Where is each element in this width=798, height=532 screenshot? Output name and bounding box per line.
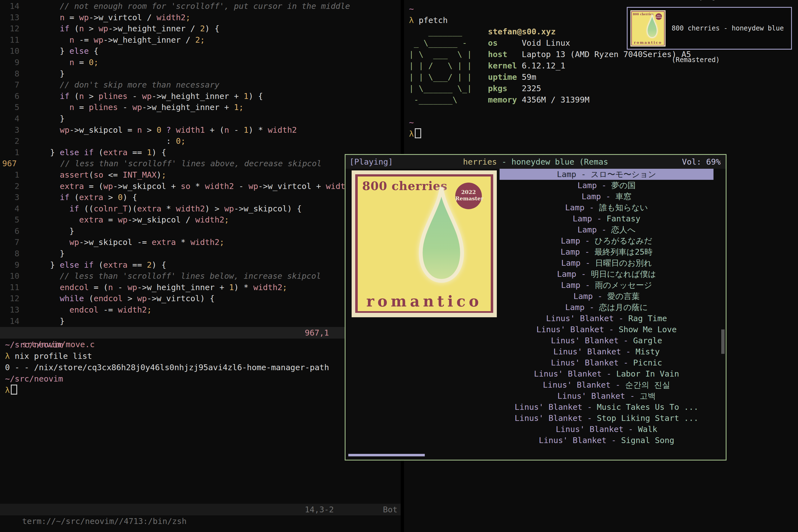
playlist-item[interactable]: Lamp - 恋は月の蔭に	[499, 302, 714, 313]
code-line: 11 endcol = (n - wp->w_height_inner + 1)…	[0, 282, 401, 293]
playlist-item[interactable]: Lamp - 日曜日のお別れ	[499, 258, 714, 268]
code-line: 10 // less than 'scrolloff' lines below,…	[0, 270, 401, 282]
line-number: 2	[0, 180, 21, 192]
pfetch-label: uptime	[488, 72, 522, 83]
terminal-cursor	[415, 128, 421, 138]
playlist-item[interactable]: Lamp - 最終列車は25時	[499, 246, 714, 258]
playlist-scrollbar[interactable]	[721, 329, 725, 354]
player-header: [Playing] herries - honeydew blue (Remas…	[345, 155, 726, 169]
code-line: 2 extra = (wp->w_skipcol + so * width2 -…	[0, 180, 401, 192]
statusline-buffer-name: term://~/src/neovim//4713:/bin/zsh	[22, 516, 187, 526]
playlist[interactable]: Lamp - スロ〜モ〜ションLamp - 夢の国Lamp - 車窓Lamp -…	[499, 169, 714, 446]
teardrop-icon	[414, 183, 469, 286]
pfetch-value: Void Linux	[522, 38, 570, 48]
album-thumbnail: 800 cherries 2022 Remaster romantico	[630, 10, 666, 46]
line-number: 9	[0, 57, 21, 68]
code-line: 4 if ((colnr_T)(extra * width2) > wp->w_…	[0, 203, 401, 214]
code-line: 11 n -= wp->w_height_inner / 2;	[0, 34, 401, 46]
code-line: 4 }	[0, 113, 401, 125]
line-number: 13	[0, 12, 21, 23]
line-number: 6	[0, 226, 21, 237]
playlist-item[interactable]: Lamp - 恋人へ	[499, 224, 714, 235]
playlist-item[interactable]: Lamp - 愛の言葉	[499, 291, 714, 302]
line-number: 8	[0, 68, 21, 79]
code-line: 10 } else {	[0, 45, 401, 57]
code-line: 9 n = 0;	[0, 57, 401, 68]
line-number: 4	[0, 203, 21, 214]
shell-line	[404, 106, 798, 117]
statusline-position: 967,1	[305, 327, 329, 339]
playlist-item[interactable]: Lamp - 車窓	[499, 191, 714, 202]
code-line: 5 extra = wp->w_skipcol / width2;	[0, 214, 401, 226]
playlist-item[interactable]: Lamp - 夢の国	[499, 180, 714, 191]
code-window[interactable]: 14 // not enough room for 'scrolloff', p…	[0, 1, 401, 327]
pfetch-label: kernel	[488, 60, 522, 72]
line-number: 6	[0, 91, 21, 102]
playlist-item[interactable]: Linus' Blanket - Stop Liking Start ...	[499, 413, 714, 424]
notification-song-line1: 800 cherries - honeydew blue	[672, 23, 784, 34]
album-art: 800 cherries 2022 Remaster roman	[352, 170, 497, 317]
code-line: 9 } else if (extra == 2) {	[0, 259, 401, 271]
notification-text: Now Playing 800 cherries - honeydew blue…	[672, 0, 784, 86]
line-number: 9	[0, 259, 21, 271]
line-number: 2	[0, 135, 21, 147]
code-line: 2 : 0;	[0, 135, 401, 147]
pfetch-value: 4356M / 31399M	[522, 95, 589, 104]
song-progress-bar[interactable]	[348, 454, 425, 456]
code-line: 6 if (n > plines - wp->w_height_inner + …	[0, 91, 401, 102]
terminal-line: 0 - - /nix/store/cq3cx86h28j0y46ls0nhjzj…	[0, 362, 401, 373]
code-line: 1 assert(so <= INT_MAX);	[0, 169, 401, 180]
now-playing-notification[interactable]: 800 cherries 2022 Remaster romantico Now…	[627, 7, 792, 50]
playlist-item[interactable]: Lamp - Fantasy	[499, 213, 714, 224]
line-number: 14	[0, 1, 21, 12]
pfetch-label: host	[488, 49, 522, 60]
playlist-item[interactable]: Linus' Blanket - 고백	[499, 391, 714, 401]
code-line: 3 wp->w_skipcol = n > 0 ? width1 + (n - …	[0, 125, 401, 136]
editor-pane[interactable]: 14 // not enough room for 'scrolloff', p…	[0, 0, 401, 532]
playlist-item[interactable]: Linus' Blanket - Show Me Love	[499, 324, 714, 335]
current-song-title: herries - honeydew blue (Remas	[345, 155, 726, 169]
line-number: 7	[0, 79, 21, 91]
terminal-line: ~/src/neovim	[0, 373, 401, 385]
line-number: 14	[0, 316, 21, 327]
playlist-item[interactable]: Lamp - 雨のメッセージ	[499, 280, 714, 291]
line-number: 1	[0, 169, 21, 180]
playlist-item[interactable]: Linus' Blanket - Walk	[499, 424, 714, 435]
playlist-item[interactable]: Linus' Blanket - 순간의 진실	[499, 379, 714, 391]
playlist-item[interactable]: Linus' Blanket - Misty	[499, 346, 714, 357]
terminal-cursor	[11, 385, 17, 395]
playlist-item[interactable]: Linus' Blanket - Labor In Vain	[499, 368, 714, 379]
line-number: 3	[0, 192, 21, 203]
line-number: 11	[0, 282, 21, 293]
pfetch-label: os	[488, 37, 522, 49]
notification-title: Now Playing	[672, 0, 784, 2]
terminal-line: ~/src/neovim	[0, 339, 401, 350]
shell-prompt-area[interactable]: ~λ	[404, 106, 798, 140]
code-line: 6 }	[0, 226, 401, 237]
playlist-item[interactable]: Lamp - 誰も知らない	[499, 202, 714, 213]
playlist-item[interactable]: Linus' Blanket - Signal Song	[499, 435, 714, 446]
playlist-item[interactable]: Linus' Blanket - Rag Time	[499, 313, 714, 324]
playlist-item[interactable]: Linus' Blanket - Music Takes Us To ...	[499, 401, 714, 413]
line-number: 10	[0, 45, 21, 57]
playlist-item[interactable]: Linus' Blanket - Picnic	[499, 357, 714, 368]
embedded-terminal[interactable]: ~/src/neovimλ nix profile list0 - - /nix…	[0, 339, 401, 396]
code-line: 8 }	[0, 248, 401, 259]
code-line: 12 while (endcol > wp->w_virtcol) {	[0, 293, 401, 304]
line-number: 10	[0, 270, 21, 282]
pfetch-info-row: memory4356M / 31399M	[488, 94, 691, 106]
playlist-item[interactable]: Lamp - ひろがるなみだ	[499, 235, 714, 246]
line-number: 13	[0, 304, 21, 316]
playlist-item-selected[interactable]: Lamp - スロ〜モ〜ション	[499, 169, 714, 180]
code-line: 3 if (extra > 0) {	[0, 192, 401, 203]
notification-song-line2: (Remastered)	[672, 55, 784, 65]
code-line: 7 wp->w_skipcol -= extra * width2;	[0, 236, 401, 248]
line-number: 5	[0, 102, 21, 113]
code-line: 967 // less than 'scrolloff' lines above…	[0, 158, 401, 169]
terminal-statusline: term://~/src/neovim//4713:/bin/zsh 14,3-…	[0, 504, 401, 515]
pfetch-label: pkgs	[488, 83, 522, 94]
music-player-window: [Playing] herries - honeydew blue (Remas…	[345, 154, 726, 460]
code-line: 7 // don't skip more than necessary	[0, 79, 401, 91]
playlist-item[interactable]: Lamp - 明日になれば僕は	[499, 268, 714, 280]
playlist-item[interactable]: Linus' Blanket - Gargle	[499, 335, 714, 346]
